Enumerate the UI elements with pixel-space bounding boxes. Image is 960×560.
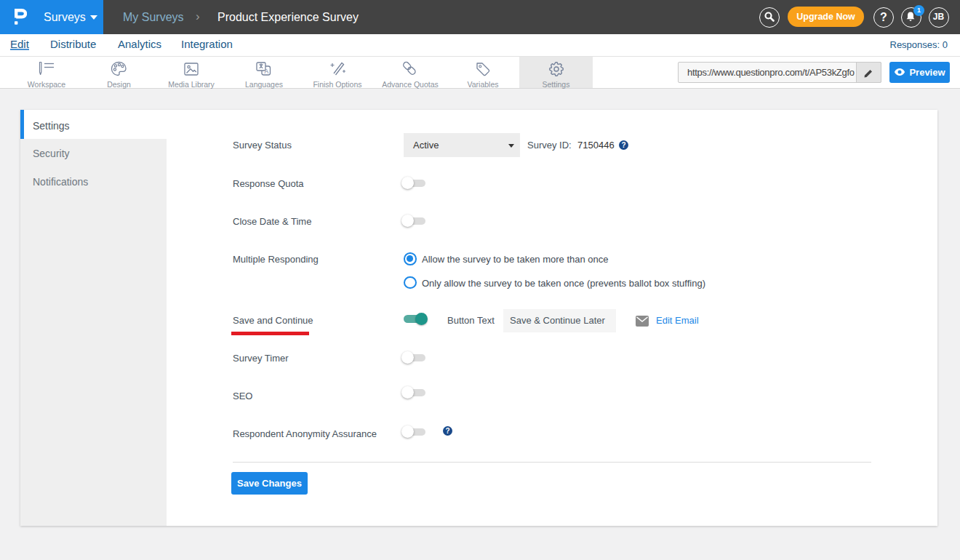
svg-text:A: A xyxy=(264,68,268,75)
